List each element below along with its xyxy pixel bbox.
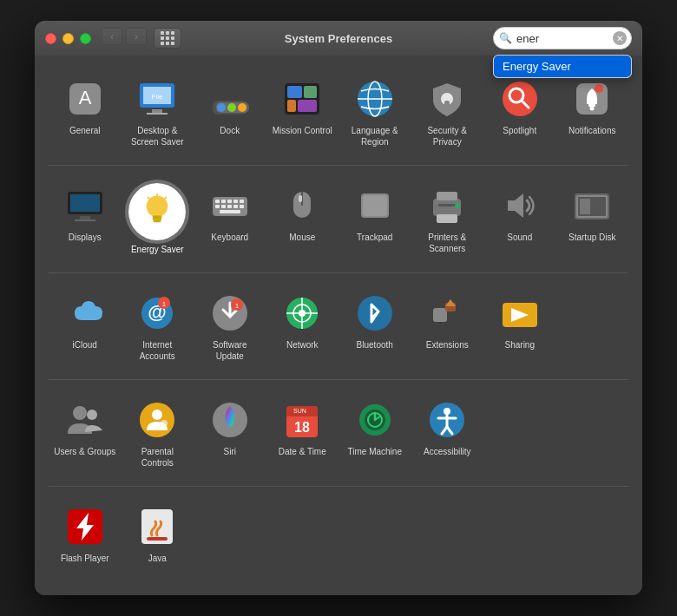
pref-notifications[interactable]: Notifications [556, 69, 629, 154]
dock-label: Dock [220, 125, 240, 136]
energy-saver-circle [128, 183, 186, 240]
svg-rect-51 [220, 210, 240, 213]
svg-rect-35 [153, 218, 162, 220]
network-label: Network [286, 339, 319, 351]
language-label: Language & Region [344, 125, 406, 147]
pref-date-time[interactable]: 18 SUN Date & Time [266, 390, 339, 475]
svg-rect-21 [444, 101, 450, 108]
pref-sound[interactable]: Sound [483, 176, 556, 262]
pref-java[interactable]: Java [122, 497, 194, 571]
notifications-icon [569, 76, 615, 121]
svg-point-27 [590, 107, 595, 111]
svg-rect-47 [221, 205, 226, 208]
section-personal: A General File Desktop & Screen Saver [49, 69, 628, 166]
svg-point-61 [455, 203, 460, 208]
pref-flash-player[interactable]: Flash Player [49, 497, 122, 571]
pref-printers-scanners[interactable]: Printers & Scanners [411, 176, 484, 262]
pref-desktop-screen-saver[interactable]: File Desktop & Screen Saver [122, 69, 194, 154]
bluetooth-label: Bluetooth [357, 339, 393, 351]
pref-time-machine[interactable]: Time Machine [338, 390, 411, 475]
general-icon: A [62, 76, 108, 121]
pref-network[interactable]: Network [266, 284, 339, 369]
printers-label: Printers & Scanners [416, 232, 478, 254]
window-title: System Preferences [285, 32, 392, 45]
pref-dock[interactable]: Dock [194, 69, 266, 154]
keyboard-icon [207, 183, 253, 228]
icloud-label: iCloud [73, 339, 97, 351]
search-container: 🔍 ✕ Energy Saver [493, 27, 632, 49]
mission-control-icon [279, 76, 325, 121]
accessibility-label: Accessibility [424, 446, 470, 457]
pref-parental-controls[interactable]: Parental Controls [122, 390, 194, 475]
svg-marker-83 [445, 299, 456, 306]
internet-accounts-icon: @ 1 [135, 291, 180, 336]
date-time-icon: 18 SUN [279, 397, 325, 442]
maximize-button[interactable] [80, 33, 91, 44]
minimize-button[interactable] [62, 33, 74, 44]
search-input[interactable] [493, 27, 632, 49]
pref-internet-accounts[interactable]: @ 1 Internet Accounts [122, 284, 194, 369]
java-label: Java [148, 553, 167, 564]
pref-siri[interactable]: Siri [194, 390, 266, 475]
pref-trackpad[interactable]: Trackpad [338, 176, 411, 262]
dropdown-item-energy-saver[interactable]: Energy Saver [494, 56, 631, 77]
svg-point-9 [217, 103, 226, 112]
pref-accessibility[interactable]: Accessibility [411, 390, 484, 475]
search-clear-button[interactable]: ✕ [613, 31, 627, 45]
pref-keyboard[interactable]: Keyboard [194, 176, 266, 262]
svg-point-11 [238, 103, 246, 112]
pref-energy-saver[interactable]: Energy Saver [122, 176, 194, 262]
displays-label: Displays [69, 232, 102, 243]
energy-saver-label: Energy Saver [131, 244, 184, 255]
pref-mission-control[interactable]: Mission Control [266, 69, 339, 154]
svg-point-10 [227, 103, 236, 112]
svg-rect-44 [233, 200, 238, 203]
pref-spotlight[interactable]: Spotlight [483, 69, 556, 154]
pref-empty-r4b [556, 390, 629, 475]
svg-text:1: 1 [235, 302, 240, 310]
pref-empty-r5b [266, 497, 339, 571]
pref-empty-r5a [194, 497, 266, 571]
pref-software-update[interactable]: 1 Software Update [194, 284, 266, 369]
grid-view-button[interactable] [154, 28, 181, 49]
svg-rect-81 [433, 308, 447, 322]
traffic-lights [45, 33, 91, 44]
section-internet: iCloud @ 1 Internet Accounts [49, 284, 628, 380]
notifications-label: Notifications [569, 125, 615, 136]
pref-general[interactable]: A General [49, 69, 122, 154]
time-machine-icon [352, 397, 398, 442]
svg-text:!: ! [525, 304, 528, 313]
pref-bluetooth[interactable]: Bluetooth [338, 284, 411, 369]
svg-rect-54 [299, 195, 302, 202]
icloud-icon [62, 291, 108, 336]
trackpad-label: Trackpad [357, 232, 392, 243]
svg-rect-59 [437, 214, 457, 223]
nav-buttons: ‹ › [102, 28, 181, 49]
displays-icon [62, 183, 108, 228]
section-other: Flash Player Java [49, 497, 628, 581]
startup-disk-icon [569, 183, 615, 228]
pref-icloud[interactable]: iCloud [49, 284, 122, 369]
pref-startup-disk[interactable]: Startup Disk [556, 176, 629, 262]
svg-rect-5 [152, 109, 162, 113]
close-button[interactable] [45, 33, 56, 44]
pref-security-privacy[interactable]: Security & Privacy [411, 69, 484, 154]
keyboard-label: Keyboard [211, 232, 248, 243]
security-icon [424, 76, 470, 121]
svg-rect-16 [298, 100, 317, 112]
search-dropdown: Energy Saver [493, 55, 632, 78]
forward-button[interactable]: › [126, 28, 147, 45]
sound-label: Sound [507, 232, 532, 243]
bluetooth-icon [352, 291, 398, 336]
pref-language-region[interactable]: Language & Region [338, 69, 411, 154]
pref-displays[interactable]: Displays [49, 176, 122, 262]
pref-mouse[interactable]: Mouse [266, 176, 339, 262]
time-machine-label: Time Machine [348, 446, 402, 457]
pref-users-groups[interactable]: Users & Groups [49, 390, 122, 475]
security-label: Security & Privacy [416, 125, 478, 147]
grid-icon [161, 31, 174, 45]
pref-sharing[interactable]: ! Sharing [483, 284, 556, 369]
pref-extensions[interactable]: Extensions [411, 284, 484, 369]
back-button[interactable]: ‹ [102, 28, 122, 45]
svg-rect-60 [438, 204, 456, 206]
